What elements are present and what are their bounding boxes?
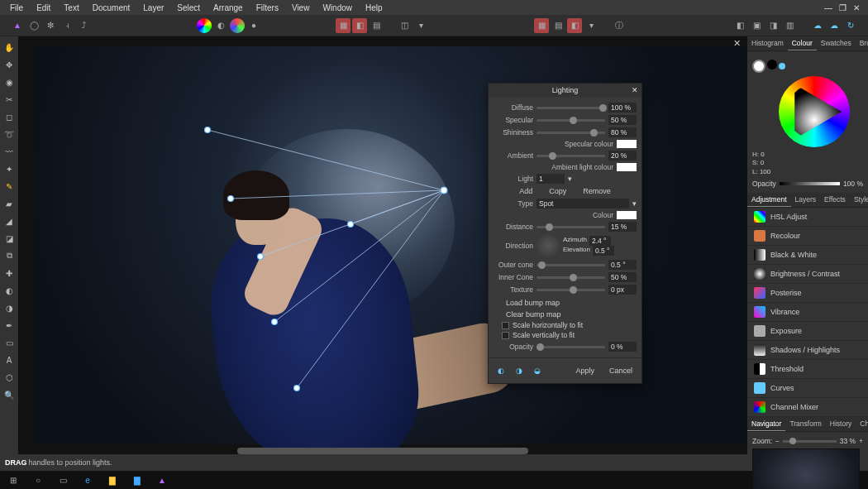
persona-photo-icon[interactable]: ◯ (26, 18, 41, 33)
tab-history[interactable]: History (826, 417, 856, 431)
hand-tool-icon[interactable]: ✋ (2, 40, 17, 55)
snapping-icon[interactable]: ▦ (534, 18, 549, 33)
azimuth-value[interactable]: 2.4 ° (589, 236, 611, 246)
minimize-button[interactable]: — (824, 3, 832, 12)
zoom-slider[interactable] (783, 440, 837, 443)
outer-cone-slider[interactable] (537, 264, 605, 266)
horizontal-scrollbar[interactable] (237, 448, 529, 454)
menu-view[interactable]: View (285, 3, 317, 12)
share-icon[interactable]: ☁ (827, 18, 842, 33)
clone-tool-icon[interactable]: ⧉ (2, 248, 17, 263)
distance-slider[interactable] (537, 226, 605, 228)
adjustment-item[interactable]: Recolour (747, 227, 868, 246)
colour-wheel[interactable] (779, 76, 850, 147)
dialog-close-icon[interactable]: ✕ (632, 86, 638, 94)
dropdown-icon[interactable]: ▾ (584, 18, 599, 33)
tab-swatches[interactable]: Swatches (817, 36, 856, 50)
distance-value[interactable]: 15 % (608, 222, 637, 232)
shininess-value[interactable]: 80 % (608, 127, 637, 137)
light-select[interactable]: 1 (537, 174, 565, 184)
close-button[interactable]: ✕ (853, 3, 860, 12)
store-icon[interactable]: ▇ (126, 471, 149, 489)
menu-edit[interactable]: Edit (30, 3, 57, 12)
adjustment-item[interactable]: Vibrance (747, 303, 868, 322)
scale-horizontal-checkbox[interactable]: Scale horizontally to fit (502, 321, 637, 329)
palette-icon[interactable] (230, 18, 245, 33)
ambient-value[interactable]: 20 % (608, 151, 637, 161)
edge-icon[interactable]: e (76, 471, 99, 489)
apply-button[interactable]: Apply (571, 366, 599, 376)
menu-arrange[interactable]: Arrange (207, 3, 250, 12)
ambient-colour-swatch[interactable] (617, 163, 637, 171)
preview-split-icon[interactable]: ◑ (512, 363, 527, 378)
bw-icon[interactable]: ● (246, 18, 261, 33)
remove-button[interactable]: Remove (579, 186, 615, 196)
menu-filters[interactable]: Filters (250, 3, 285, 12)
elevation-value[interactable]: 0.5 ° (593, 246, 614, 256)
gradient-tool-icon[interactable]: ◢ (2, 213, 17, 228)
primary-colour-swatch[interactable] (752, 60, 765, 73)
zoom-in-icon[interactable]: + (859, 437, 863, 445)
menu-file[interactable]: File (3, 3, 30, 12)
menu-layer[interactable]: Layer (136, 3, 170, 12)
preview-after-icon[interactable]: ◒ (530, 363, 545, 378)
specular-colour-swatch[interactable] (617, 140, 637, 148)
start-icon[interactable]: ⊞ (2, 471, 25, 489)
direction-pad[interactable] (537, 234, 560, 257)
align-left-icon[interactable]: ◧ (732, 18, 747, 33)
zoom-tool-icon[interactable]: 🔍 (2, 387, 17, 402)
affinity-icon[interactable]: ▲ (150, 471, 174, 489)
preview-before-icon[interactable]: ◐ (494, 363, 508, 378)
zoom-out-icon[interactable]: − (775, 437, 780, 445)
scale-vertical-checkbox[interactable]: Scale vertically to fit (502, 331, 637, 339)
chevron-down-icon[interactable]: ▾ (568, 175, 572, 183)
grid-icon[interactable]: ▤ (551, 18, 565, 33)
cancel-button[interactable]: Cancel (605, 366, 637, 376)
selection-brush-icon[interactable]: 〰 (2, 144, 17, 159)
shininess-slider[interactable] (537, 132, 605, 134)
colour-swatch[interactable] (617, 211, 637, 219)
adjustment-item[interactable]: HSL Adjust (747, 208, 868, 227)
text-tool-icon[interactable]: A (2, 352, 17, 367)
taskview-icon[interactable]: ▭ (51, 471, 74, 489)
tab-histogram[interactable]: Histogram (747, 36, 788, 50)
inner-cone-value[interactable]: 50 % (608, 272, 637, 282)
diffuse-slider[interactable] (537, 107, 605, 109)
copy-button[interactable]: Copy (545, 186, 570, 196)
tab-styles[interactable]: Styles (850, 193, 868, 207)
marquee-tool-icon[interactable]: ◻ (2, 109, 17, 124)
menu-document[interactable]: Document (86, 3, 137, 12)
search-icon[interactable]: ○ (26, 471, 50, 489)
menu-select[interactable]: Select (170, 3, 207, 12)
distribute-icon[interactable]: ▥ (782, 18, 797, 33)
opacity-value[interactable]: 100 % (843, 180, 863, 188)
maximize-button[interactable]: ❐ (839, 3, 847, 12)
fill-tool-icon[interactable]: ▰ (2, 196, 17, 211)
adjustment-item[interactable]: Brightness / Contrast (747, 265, 868, 284)
diffuse-value[interactable]: 100 % (608, 103, 637, 113)
secondary-colour-swatch[interactable] (767, 60, 777, 70)
crop-tool-icon[interactable]: ✂ (2, 92, 17, 107)
dodge-tool-icon[interactable]: ◐ (2, 283, 17, 298)
quickmask-icon[interactable]: ◧ (352, 18, 367, 33)
explorer-icon[interactable]: ▇ (101, 471, 124, 489)
selection-mode-icon[interactable]: ▦ (336, 18, 351, 33)
tab-brushes[interactable]: Brushes (856, 36, 868, 50)
adjustment-item[interactable]: Shadows / Highlights (747, 341, 868, 360)
tab-colour[interactable]: Colour (788, 36, 817, 50)
shape-tool-icon[interactable]: ▭ (2, 335, 17, 350)
menu-window[interactable]: Window (316, 3, 359, 12)
adjustment-item[interactable]: Posterise (747, 284, 868, 303)
accent-swatch[interactable] (779, 63, 785, 70)
refine-icon[interactable]: ▤ (369, 18, 384, 33)
tab-transform[interactable]: Transform (785, 417, 825, 431)
chevron-down-icon[interactable]: ▾ (413, 18, 428, 33)
burn-tool-icon[interactable]: ◑ (2, 300, 17, 315)
align-right-icon[interactable]: ◨ (765, 18, 780, 33)
colour-wheel-icon[interactable] (197, 18, 212, 33)
chevron-down-icon[interactable]: ▾ (632, 199, 637, 208)
tab-channels[interactable]: Channels (856, 417, 868, 431)
persona-export-icon[interactable]: ⤴ (76, 18, 91, 33)
clouds-icon[interactable]: ☁ (810, 18, 825, 33)
move-tool-icon[interactable]: ✥ (2, 57, 17, 72)
